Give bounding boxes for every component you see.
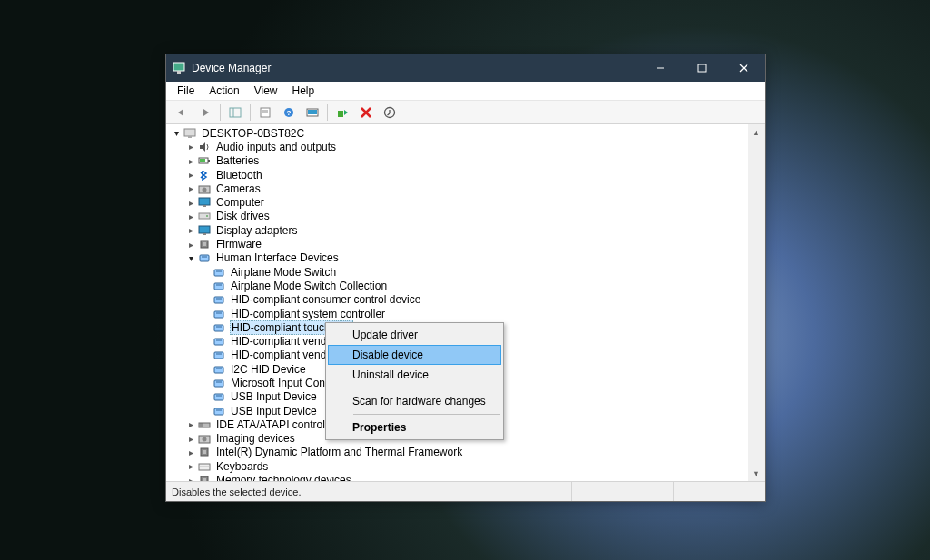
expander-icon[interactable]: ▸ xyxy=(184,240,197,250)
tree-item-label: Keyboards xyxy=(215,460,269,473)
tree-device[interactable]: HID-compliant consumer control device xyxy=(166,293,764,307)
menu-view[interactable]: View xyxy=(247,84,285,97)
svg-rect-46 xyxy=(214,339,223,345)
expander-icon[interactable]: ▸ xyxy=(184,476,197,481)
tree-device[interactable]: HID-compliant system controller xyxy=(166,307,764,320)
tree-category[interactable]: ▸Intel(R) Dynamic Platform and Thermal F… xyxy=(166,446,764,459)
tree-category[interactable]: ▸Audio inputs and outputs xyxy=(166,140,764,153)
expander-icon[interactable]: ▸ xyxy=(184,447,197,457)
svg-rect-14 xyxy=(308,110,317,114)
expander-icon[interactable]: ▸ xyxy=(184,170,197,180)
expander-icon[interactable]: ▾ xyxy=(170,128,183,138)
svg-rect-26 xyxy=(199,198,210,205)
tree-item-label: Audio inputs and outputs xyxy=(215,141,337,153)
hid-icon xyxy=(212,405,226,418)
tree-item-label: Human Interface Devices xyxy=(215,251,340,264)
svg-rect-3 xyxy=(698,64,706,72)
tree-item-label: USB Input Device xyxy=(230,405,318,418)
camera-icon xyxy=(197,182,212,195)
tree-category[interactable]: ▸Firmware xyxy=(166,237,764,251)
svg-rect-38 xyxy=(214,283,223,290)
tree-category[interactable]: ▸Memory technology devices xyxy=(166,473,764,481)
app-icon xyxy=(172,61,186,75)
tree-device[interactable]: Airplane Mode Switch xyxy=(166,265,764,279)
minimize-button[interactable] xyxy=(639,54,681,82)
tree-category[interactable]: ▸Disk drives xyxy=(166,210,764,223)
svg-rect-27 xyxy=(203,205,206,207)
expander-icon[interactable]: ▸ xyxy=(184,419,197,429)
expander-icon[interactable]: ▸ xyxy=(184,225,197,235)
scan-button[interactable] xyxy=(302,103,323,123)
svg-rect-50 xyxy=(214,367,223,373)
pc-icon xyxy=(183,127,197,140)
svg-rect-64 xyxy=(203,450,206,454)
svg-rect-34 xyxy=(200,255,209,261)
scroll-down-icon[interactable]: ▼ xyxy=(748,466,764,481)
svg-rect-30 xyxy=(199,226,210,233)
hid-icon xyxy=(212,293,226,306)
ctx-properties[interactable]: Properties xyxy=(328,418,501,437)
expander-icon[interactable]: ▸ xyxy=(184,156,197,166)
hid-icon xyxy=(212,266,226,279)
close-button[interactable] xyxy=(723,54,765,82)
svg-rect-20 xyxy=(188,136,192,138)
ide-icon xyxy=(197,418,212,431)
statusbar: Disables the selected device. xyxy=(166,481,765,501)
expander-icon[interactable]: ▸ xyxy=(184,461,197,471)
menu-help[interactable]: Help xyxy=(285,84,322,97)
tree-category[interactable]: ▸Bluetooth xyxy=(166,168,764,182)
tree-category[interactable]: ▾Human Interface Devices xyxy=(166,251,764,265)
ctx-scan-hardware[interactable]: Scan for hardware changes xyxy=(328,391,501,411)
expander-icon[interactable]: ▾ xyxy=(184,253,197,263)
uninstall-button[interactable] xyxy=(379,103,401,123)
expander-icon[interactable]: ▸ xyxy=(184,142,197,152)
svg-rect-28 xyxy=(199,213,210,219)
tree-item-label: USB Input Device xyxy=(230,390,318,403)
camera-icon xyxy=(197,432,212,445)
svg-rect-56 xyxy=(214,408,223,415)
tree-root[interactable]: ▾DESKTOP-0BST82C xyxy=(166,126,764,140)
tree-category[interactable]: ▸Batteries xyxy=(166,154,764,168)
ctx-update-driver[interactable]: Update driver xyxy=(328,325,501,345)
enable-button[interactable] xyxy=(331,103,353,123)
titlebar[interactable]: Device Manager xyxy=(166,54,765,82)
svg-rect-52 xyxy=(214,380,223,387)
tree-category[interactable]: ▸Computer xyxy=(166,195,764,209)
scrollbar[interactable]: ▲ ▼ xyxy=(748,124,764,481)
disable-button[interactable] xyxy=(355,103,377,123)
svg-rect-6 xyxy=(230,108,241,117)
hid-icon xyxy=(212,280,226,292)
tree-item-label: Intel(R) Dynamic Platform and Thermal Fr… xyxy=(215,446,463,458)
tree-device[interactable]: Airplane Mode Switch Collection xyxy=(166,279,764,292)
show-hide-tree-button[interactable] xyxy=(224,103,246,123)
help-button[interactable]: ? xyxy=(278,103,300,123)
svg-rect-23 xyxy=(200,159,205,162)
svg-rect-15 xyxy=(338,111,343,117)
menu-action[interactable]: Action xyxy=(202,84,246,97)
expander-icon[interactable]: ▸ xyxy=(184,211,197,221)
tree-category[interactable]: ▸Cameras xyxy=(166,182,764,195)
scroll-up-icon[interactable]: ▲ xyxy=(748,124,764,140)
tree-item-label: Batteries xyxy=(215,154,260,167)
tree-category[interactable]: ▸Display adapters xyxy=(166,223,764,237)
tree-item-label: DESKTOP-0BST82C xyxy=(201,127,305,140)
svg-rect-54 xyxy=(214,394,223,400)
disk-icon xyxy=(197,210,212,222)
svg-point-25 xyxy=(203,187,207,192)
svg-point-62 xyxy=(203,437,207,442)
tree-item-label: HID-compliant vendor- xyxy=(230,335,341,348)
properties-button[interactable] xyxy=(254,103,276,123)
kbd-icon xyxy=(197,460,212,473)
ctx-separator xyxy=(353,388,500,388)
forward-button[interactable] xyxy=(194,103,216,123)
maximize-button[interactable] xyxy=(681,54,723,82)
tree-category[interactable]: ▸Keyboards xyxy=(166,459,764,473)
back-button[interactable] xyxy=(171,103,193,123)
ctx-disable-device[interactable]: Disable device xyxy=(328,345,501,365)
expander-icon[interactable]: ▸ xyxy=(184,183,197,193)
ctx-uninstall-device[interactable]: Uninstall device xyxy=(328,365,501,385)
expander-icon[interactable]: ▸ xyxy=(184,198,197,208)
menu-file[interactable]: File xyxy=(170,84,202,97)
hid-icon xyxy=(212,335,226,348)
expander-icon[interactable]: ▸ xyxy=(184,434,197,444)
